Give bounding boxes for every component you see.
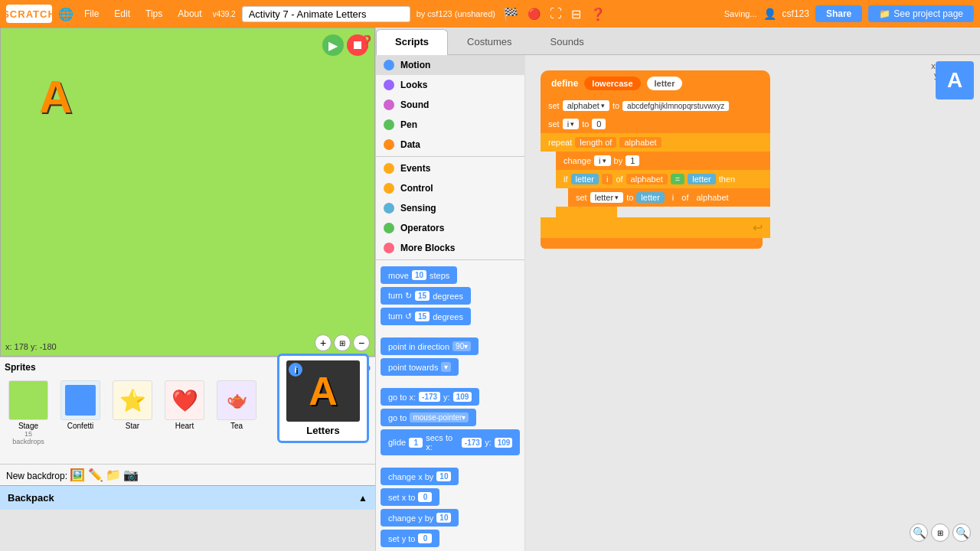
sprite-item-star[interactable]: ⭐ Star [109, 377, 156, 448]
block-change-x[interactable]: change x by 10 [381, 468, 459, 485]
palette-scroll[interactable]: move 10 steps turn ↻ 15 degrees turn ↺ 1… [376, 262, 524, 551]
sensing-dot [384, 203, 394, 214]
move-val: 10 [412, 270, 426, 280]
category-pen[interactable]: Pen [376, 115, 524, 135]
tab-sounds[interactable]: Sounds [531, 29, 603, 56]
about-menu[interactable]: About [173, 7, 206, 21]
repeat-block[interactable]: repeat length of alphabet [541, 133, 770, 152]
block-turn-cw[interactable]: turn ↻ 15 degrees [381, 287, 471, 305]
change-x-val: 10 [436, 471, 451, 481]
i-ref-2: i [668, 192, 678, 203]
confetti-name: Confetti [67, 422, 93, 430]
to-keyword-2: to [582, 119, 589, 129]
category-operators[interactable]: Operators [376, 218, 524, 238]
category-sensing[interactable]: Sensing [376, 198, 524, 218]
tab-scripts[interactable]: Scripts [376, 29, 448, 56]
block-glide[interactable]: glide 1 secs to x: -173 y: 109 [381, 429, 520, 455]
topbar: SCRATCH 🌐 File Edit Tips About v439.2 by… [0, 0, 980, 28]
towards-dropdown[interactable]: ▾ [441, 362, 451, 372]
sound-dot [384, 99, 394, 110]
block-palette: Motion Looks Sound Pen [376, 55, 525, 551]
category-looks[interactable]: Looks [376, 75, 524, 95]
globe-icon[interactable]: 🌐 [58, 7, 74, 21]
username[interactable]: csf123 [782, 8, 809, 19]
categories-list-2: Events Control Sensing Operators [376, 158, 524, 258]
data-dot [384, 139, 394, 150]
alphabet-value: abcdefghijklmnopqrstuvwxyz [622, 101, 729, 111]
help-icon[interactable]: ❓ [590, 7, 606, 21]
block-set-y[interactable]: set y to 0 [381, 530, 439, 547]
sprite-item-confetti[interactable]: Confetti [57, 377, 104, 448]
set-letter-block[interactable]: set letter ▾ to letter i of alphabet [568, 188, 770, 207]
canvas-zoom-in[interactable]: 🔍 [910, 523, 928, 542]
scratch-logo[interactable]: SCRATCH [6, 5, 52, 23]
glide-x-val: -173 [462, 438, 482, 448]
new-backdrop-label: New backdrop: [6, 471, 67, 481]
looks-label: Looks [400, 80, 427, 90]
backdrop-paint-icon[interactable]: 🖼️ [70, 468, 85, 481]
direction-dropdown[interactable]: 90▾ [452, 341, 471, 351]
goto-dropdown[interactable]: mouse-pointer▾ [410, 412, 469, 422]
block-move[interactable]: move 10 steps [381, 266, 457, 284]
zoom-reset-icon[interactable]: ⊞ [334, 334, 351, 351]
see-project-button[interactable]: 📁 See project page [868, 5, 974, 22]
block-goto-xy[interactable]: go to x: -173 y: 109 [381, 388, 479, 406]
green-flag-icon[interactable]: 🏁 [503, 7, 518, 21]
block-turn-ccw[interactable]: turn ↺ 15 degrees [381, 308, 471, 325]
tips-menu[interactable]: Tips [141, 7, 167, 21]
block-change-y[interactable]: change y by 10 [381, 509, 459, 527]
backdrop-edit-icon[interactable]: ✏️ [88, 468, 103, 481]
backpack-bar[interactable]: Backpack ▲ [0, 485, 375, 510]
collapse-icon[interactable]: ⊟ [571, 7, 581, 21]
tab-costumes[interactable]: Costumes [448, 29, 531, 56]
left-panel: ▶ ⏹ A x: 178 y: -180 + ⊞ − ❓ Sprites New… [0, 28, 375, 551]
heart-thumb: ❤️ [165, 380, 204, 420]
stage-y: y: -180 [31, 342, 57, 351]
block-goto-pointer[interactable]: go to mouse-pointer▾ [381, 409, 476, 426]
category-sound[interactable]: Sound [376, 95, 524, 115]
set-i-block[interactable]: set i ▾ to 0 [541, 115, 770, 133]
info-badge[interactable]: i [289, 363, 302, 377]
category-more-blocks[interactable]: More Blocks [376, 238, 524, 258]
letters-letter: A [309, 368, 338, 414]
looks-dot [384, 80, 394, 90]
sound-label: Sound [400, 99, 429, 110]
stop-icon[interactable]: 🔴 [528, 8, 541, 20]
if-block[interactable]: if letter i of alphabet = letter then [556, 170, 770, 188]
fullscreen-icon[interactable]: ⛶ [550, 7, 562, 21]
canvas-area[interactable]: x: -173 y: 106 A define lowercase letter [525, 55, 980, 551]
backdrop-camera-icon[interactable]: 📷 [123, 468, 139, 481]
stage-question-mark[interactable]: ❓ [359, 34, 374, 49]
category-motion[interactable]: Motion [376, 55, 524, 75]
of-keyword: of [616, 174, 622, 184]
backpack-arrow-icon: ▲ [358, 493, 368, 504]
sprite-item-tea[interactable]: 🫖 Tea [213, 377, 260, 448]
sprite-item-heart[interactable]: ❤️ Heart [161, 377, 208, 448]
file-menu[interactable]: File [80, 7, 103, 21]
category-events[interactable]: Events [376, 158, 524, 178]
define-block[interactable]: define lowercase letter [541, 70, 770, 96]
block-point-direction[interactable]: point in direction 90▾ [381, 337, 479, 355]
repeat-arrow: ↩ [753, 220, 763, 235]
confetti-thumb [60, 380, 100, 420]
block-point-towards[interactable]: point towards ▾ [381, 358, 459, 376]
change-i-block[interactable]: change i ▾ by 1 [556, 152, 770, 170]
project-subtitle: by csf123 (unshared) [416, 9, 495, 18]
canvas-zoom-out[interactable]: 🔍 [952, 523, 971, 542]
share-button[interactable]: Share [815, 5, 862, 22]
category-data[interactable]: Data [376, 135, 524, 155]
project-title-input[interactable] [242, 6, 410, 22]
block-set-x[interactable]: set x to 0 [381, 488, 439, 506]
operators-label: Operators [400, 223, 444, 233]
set-alphabet-block[interactable]: set alphabet ▾ to abcdefghijklmnopqrstuv… [541, 96, 770, 115]
green-flag-button[interactable]: ▶ [322, 34, 344, 56]
sprite-item-stage[interactable]: Stage 15 backdrops [5, 377, 52, 448]
backdrop-folder-icon[interactable]: 📁 [106, 468, 121, 481]
turn-cw-val: 15 [415, 291, 430, 301]
stage-name: Stage [18, 422, 38, 430]
zoom-out-icon[interactable]: − [353, 334, 370, 351]
zoom-in-icon[interactable]: + [315, 334, 332, 351]
canvas-zoom-reset[interactable]: ⊞ [931, 523, 949, 542]
category-control[interactable]: Control [376, 178, 524, 198]
edit-menu[interactable]: Edit [109, 7, 135, 21]
